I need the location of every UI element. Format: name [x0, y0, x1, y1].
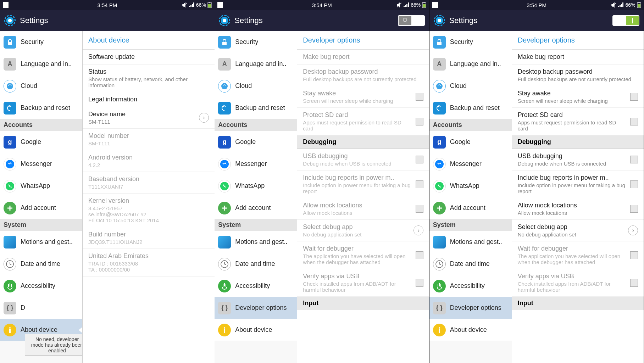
sidebar-item-language[interactable]: ALanguage and in.. [0, 53, 82, 75]
sidebar-item-label: Cloud [235, 82, 252, 90]
settings-sidebar[interactable]: Security ALanguage and in.. Cloud Backup… [0, 31, 82, 363]
dev-row[interactable]: USB debuggingDebug mode when USB is conn… [512, 149, 644, 171]
sidebar-item-about-device[interactable]: About device [429, 319, 512, 341]
sidebar-item-accessibility[interactable]: Accessibility [429, 275, 512, 297]
checkbox [416, 251, 423, 259]
sidebar-item-cloud[interactable]: Cloud [0, 75, 82, 97]
checkbox [630, 251, 638, 259]
checkbox[interactable] [630, 156, 638, 163]
row-subtitle: SM-T111 [88, 140, 209, 146]
section-accounts: Accounts [429, 119, 512, 131]
sidebar-item-accessibility[interactable]: Accessibility [0, 275, 82, 297]
header-title: Settings [449, 16, 478, 25]
dev-row[interactable]: Stay awakeScreen will never sleep while … [512, 86, 644, 108]
about-device-panel[interactable]: About device Software updateStatusShow s… [82, 31, 215, 363]
row-title: Stay awake [518, 90, 628, 97]
about-row[interactable]: Legal information [83, 92, 215, 107]
mute-icon [611, 2, 617, 8]
screen-3-dev-options-on: 3:54 PM 66% Settings SecurityALanguage a… [429, 0, 644, 363]
settings-sidebar[interactable]: SecurityALanguage and in..CloudBackup an… [215, 31, 297, 363]
sidebar-item-language-and-in-[interactable]: ALanguage and in.. [429, 53, 512, 75]
sidebar-item-add-account[interactable]: Add account [0, 197, 82, 219]
checkbox[interactable] [630, 205, 638, 213]
checkbox[interactable] [630, 118, 638, 125]
dev-row[interactable]: Make bug report [512, 50, 644, 65]
sidebar-item-motions-and-gest-[interactable]: Motions and gest.. [215, 231, 297, 253]
sidebar-item-label: Accessibility [450, 282, 485, 290]
svg-rect-19 [224, 329, 225, 333]
row-subtitle: Show status of battery, network, and oth… [88, 76, 209, 88]
dev-row: Protect SD cardApps must request permiss… [297, 108, 429, 135]
sidebar-item-google[interactable]: gGoogle [429, 131, 512, 153]
sidebar-item-motions[interactable]: Motions and gest.. [0, 231, 82, 253]
dev-options-toggle[interactable] [398, 15, 425, 26]
sidebar-item-whatsapp[interactable]: WhatsApp [429, 175, 512, 197]
add-icon [433, 202, 446, 214]
sidebar-item-language-and-in-[interactable]: ALanguage and in.. [215, 53, 297, 75]
sidebar-item-backup-and-reset[interactable]: Backup and reset [215, 97, 297, 119]
sidebar-item-datetime[interactable]: Date and time [0, 253, 82, 275]
developer-options-panel[interactable]: Developer options Make bug reportDesktop… [512, 31, 644, 363]
settings-header: Settings [215, 10, 429, 31]
sidebar-item-security[interactable]: Security [0, 31, 82, 53]
lock-icon [4, 36, 16, 49]
svg-rect-22 [638, 4, 640, 7]
sidebar-item-label: D [21, 304, 25, 312]
google-icon: g [433, 136, 446, 149]
settings-sidebar[interactable]: SecurityALanguage and in..CloudBackup an… [429, 31, 512, 363]
sidebar-item-messenger[interactable]: Messenger [0, 153, 82, 175]
sidebar-item-whatsapp[interactable]: WhatsApp [0, 175, 82, 197]
add-icon [4, 202, 16, 214]
sidebar-item-add-account[interactable]: Add account [215, 197, 297, 219]
row-subtitle: Include option in power menu for taking … [518, 182, 628, 194]
sidebar-item-security[interactable]: Security [215, 31, 297, 53]
sidebar-item-motions-and-gest-[interactable]: Motions and gest.. [429, 231, 512, 253]
sidebar-item-label: WhatsApp [21, 182, 50, 190]
sidebar-item-date-and-time[interactable]: Date and time [215, 253, 297, 275]
about-row[interactable]: StatusShow status of battery, network, a… [83, 65, 215, 92]
row-title: Include bug reports in power m.. [518, 174, 628, 182]
whatsapp-icon [433, 180, 446, 192]
row-title: Verify apps via USB [303, 273, 413, 280]
about-row[interactable]: Software update [83, 50, 215, 65]
sidebar-item-messenger[interactable]: Messenger [429, 153, 512, 175]
developer-options-panel[interactable]: Developer options Make bug reportDesktop… [297, 31, 429, 363]
checkbox[interactable] [630, 93, 638, 101]
sidebar-item-google[interactable]: gGoogle [0, 131, 82, 153]
sidebar-item-developer[interactable]: { }D [0, 297, 82, 319]
settings-header: Settings [429, 10, 644, 31]
dev-row[interactable]: Desktop backup passwordFull desktop back… [512, 65, 644, 86]
sidebar-item-developer-options[interactable]: { }Developer options [215, 297, 297, 319]
dev-row: Include bug reports in power m..Include … [297, 171, 429, 198]
sidebar-item-security[interactable]: Security [429, 31, 512, 53]
section-debugging: Debugging [297, 135, 429, 149]
sidebar-item-cloud[interactable]: Cloud [215, 75, 297, 97]
dev-row[interactable]: Include bug reports in power m..Include … [512, 171, 644, 198]
sidebar-item-accessibility[interactable]: Accessibility [215, 275, 297, 297]
dev-row[interactable]: Select debug appNo debug application set… [512, 220, 644, 241]
row-subtitle: Check installed apps from ADB/ADT for ha… [303, 281, 413, 293]
sidebar-item-label: Google [450, 138, 471, 146]
dev-row: Verify apps via USBCheck installed apps … [512, 269, 644, 297]
sidebar-item-backup-and-reset[interactable]: Backup and reset [429, 97, 512, 119]
sidebar-item-date-and-time[interactable]: Date and time [429, 253, 512, 275]
sidebar-item-messenger[interactable]: Messenger [215, 153, 297, 175]
clock-icon [433, 258, 446, 270]
dev-options-toggle[interactable] [612, 15, 639, 26]
sidebar-item-google[interactable]: gGoogle [215, 131, 297, 153]
about-row[interactable]: Device nameSM-T111› [83, 107, 215, 129]
row-subtitle: The application you have selected will o… [518, 253, 628, 265]
dev-row[interactable]: Allow mock locationsAllow mock locations [512, 198, 644, 220]
sidebar-item-about-device[interactable]: About device [215, 319, 297, 341]
checkbox[interactable] [630, 180, 638, 188]
sidebar-item-cloud[interactable]: Cloud [429, 75, 512, 97]
dev-row[interactable]: Protect SD cardApps must request permiss… [512, 108, 644, 135]
signal-icon [404, 2, 409, 8]
sidebar-item-backup[interactable]: Backup and reset [0, 97, 82, 119]
row-subtitle: Screen will never sleep while charging [518, 98, 628, 104]
sidebar-item-developer-options[interactable]: { }Developer options [429, 297, 512, 319]
sidebar-item-add-account[interactable]: Add account [429, 197, 512, 219]
sidebar-item-whatsapp[interactable]: WhatsApp [215, 175, 297, 197]
language-icon: A [433, 58, 446, 71]
motion-icon [433, 236, 446, 248]
